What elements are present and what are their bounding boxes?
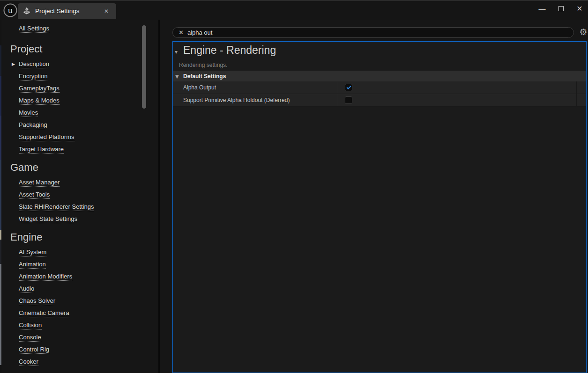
sidebar-item-cooker[interactable]: Cooker	[1, 356, 158, 368]
sidebar-item-chaos-solver[interactable]: Chaos Solver	[1, 295, 158, 307]
sidebar-item-control-rig[interactable]: Control Rig	[1, 344, 158, 356]
property-row-alpha-output: Alpha Output	[173, 81, 586, 94]
engine-section-list: AI System Animation Animation Modifiers …	[1, 246, 158, 368]
settings-sidebar: All Settings Project ▶ Description Encry…	[1, 20, 158, 373]
row-extra-cell	[576, 94, 586, 106]
project-settings-icon	[22, 7, 31, 15]
current-section-arrow-icon: ▶	[12, 62, 15, 66]
property-row-support-primitive-alpha-holdout: Support Primitive Alpha Holdout (Deferre…	[173, 94, 586, 107]
title-bar: u Project Settings ✕ — ✕	[0, 0, 588, 20]
project-settings-window: u Project Settings ✕ — ✕	[0, 0, 588, 373]
sidebar-item-audio[interactable]: Audio	[1, 283, 158, 295]
sidebar-item-cinematic-camera[interactable]: Cinematic Camera	[1, 307, 158, 319]
row-extra-cell	[576, 81, 586, 94]
property-label: Support Primitive Alpha Holdout (Deferre…	[173, 94, 338, 106]
sidebar-item-packaging[interactable]: Packaging	[1, 119, 158, 131]
sidebar-item-movies[interactable]: Movies	[1, 107, 158, 119]
settings-main-area: ✕ ⚙ ▾ Engine - Rendering Rendering setti…	[160, 20, 588, 373]
tab-close-icon[interactable]: ✕	[101, 7, 112, 15]
sidebar-item-animation[interactable]: Animation	[1, 258, 158, 271]
search-input[interactable]	[187, 29, 570, 36]
sidebar-item-console[interactable]: Console	[1, 331, 158, 344]
sidebar-section-engine: Engine	[10, 230, 158, 244]
view-options-gear-icon[interactable]: ⚙	[578, 26, 588, 37]
sidebar-item-target-hardware[interactable]: Target Hardware	[1, 143, 158, 155]
sidebar-item-asset-manager[interactable]: Asset Manager	[1, 176, 158, 189]
sidebar-item-gameplaytags[interactable]: GameplayTags	[1, 82, 158, 95]
sidebar-scrollbar[interactable]	[142, 25, 146, 109]
property-label: Alpha Output	[173, 81, 338, 94]
window-close-icon[interactable]: ✕	[573, 3, 586, 14]
sidebar-item-ai-system[interactable]: AI System	[1, 246, 158, 258]
sidebar-item-all-settings[interactable]: All Settings	[19, 25, 49, 33]
maximize-icon[interactable]	[554, 3, 567, 14]
svg-text:u: u	[8, 6, 13, 15]
settings-panel: ▾ Engine - Rendering Rendering settings.…	[172, 41, 587, 373]
search-bar[interactable]: ✕	[172, 27, 574, 38]
group-title: Default Settings	[183, 73, 226, 80]
project-section-list: ▶ Description Encryption GameplayTags Ma…	[1, 58, 158, 155]
category-header: ▾ Engine - Rendering Rendering settings.	[173, 42, 586, 71]
category-subtitle: Rendering settings.	[179, 62, 227, 68]
tab-title: Project Settings	[35, 7, 101, 15]
game-section-list: Asset Manager Asset Tools Slate RHIRende…	[1, 176, 158, 225]
support-primitive-alpha-holdout-checkbox[interactable]	[345, 96, 352, 104]
sidebar-section-project: Project	[10, 42, 158, 56]
unreal-engine-logo-icon: u	[3, 3, 18, 18]
sidebar-item-collision[interactable]: Collision	[1, 319, 158, 331]
property-value-cell	[338, 81, 576, 94]
sidebar-item-description[interactable]: ▶ Description	[1, 58, 158, 70]
group-default-settings[interactable]: ▼ Default Settings	[173, 71, 586, 81]
sidebar-item-asset-tools[interactable]: Asset Tools	[1, 189, 158, 201]
alpha-output-checkbox[interactable]	[345, 84, 352, 91]
window-controls: — ✕	[536, 3, 586, 14]
property-value-cell	[338, 94, 576, 106]
sidebar-item-slate-rhirenderer-settings[interactable]: Slate RHIRenderer Settings	[1, 201, 158, 213]
minimize-icon[interactable]: —	[536, 3, 549, 14]
category-title: Engine - Rendering	[183, 44, 276, 57]
sidebar-section-game: Game	[10, 161, 158, 175]
checkmark-icon	[346, 85, 351, 89]
sidebar-item-supported-platforms[interactable]: Supported Platforms	[1, 131, 158, 143]
maximize-box	[558, 6, 564, 11]
sidebar-item-maps-modes[interactable]: Maps & Modes	[1, 95, 158, 107]
sidebar-item-animation-modifiers[interactable]: Animation Modifiers	[1, 271, 158, 283]
clear-search-icon[interactable]: ✕	[179, 29, 184, 36]
sidebar-item-encryption[interactable]: Encryption	[1, 70, 158, 82]
tab-project-settings[interactable]: Project Settings ✕	[18, 3, 116, 19]
group-collapse-arrow-icon: ▼	[175, 73, 179, 79]
sidebar-item-widget-state-settings[interactable]: Widget State Settings	[1, 213, 158, 225]
category-collapse-arrow-icon[interactable]: ▾	[175, 49, 178, 55]
